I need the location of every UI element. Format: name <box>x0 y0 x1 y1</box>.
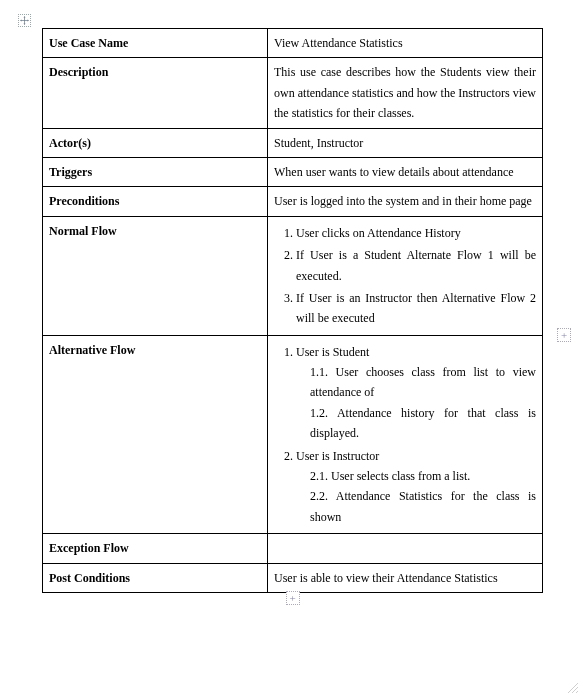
list-item[interactable]: User is Instructor 2.1. User selects cla… <box>296 446 536 528</box>
row-value[interactable]: When user wants to view details about at… <box>268 157 543 186</box>
row-label[interactable]: Triggers <box>43 157 268 186</box>
normal-flow-list: User clicks on Attendance History If Use… <box>274 223 536 329</box>
table-row: Preconditions User is logged into the sy… <box>43 187 543 216</box>
alt-group-title: User is Instructor <box>296 449 379 463</box>
row-value[interactable]: View Attendance Statistics <box>268 29 543 58</box>
row-value[interactable]: User is able to view their Attendance St… <box>268 563 543 592</box>
document-page: Use Case Name View Attendance Statistics… <box>0 0 585 626</box>
row-label[interactable]: Alternative Flow <box>43 335 268 534</box>
table-row: Normal Flow User clicks on Attendance Hi… <box>43 216 543 335</box>
table-row: Actor(s) Student, Instructor <box>43 128 543 157</box>
list-item[interactable]: If User is a Student Alternate Flow 1 wi… <box>296 245 536 286</box>
add-column-button[interactable]: + <box>557 328 571 342</box>
row-label[interactable]: Description <box>43 58 268 128</box>
row-label[interactable]: Normal Flow <box>43 216 268 335</box>
table-move-handle-icon[interactable] <box>18 14 31 27</box>
row-label[interactable]: Post Conditions <box>43 563 268 592</box>
list-item[interactable]: If User is an Instructor then Alternativ… <box>296 288 536 329</box>
list-sub-item: 2.2. Attendance Statistics for the class… <box>296 486 536 527</box>
table-row: Alternative Flow User is Student 1.1. Us… <box>43 335 543 534</box>
table-row: Description This use case describes how … <box>43 58 543 128</box>
plus-icon: + <box>286 591 300 605</box>
table-row: Post Conditions User is able to view the… <box>43 563 543 592</box>
resize-handle-icon[interactable] <box>565 680 579 694</box>
row-value[interactable]: This use case describes how the Students… <box>268 58 543 128</box>
row-label[interactable]: Actor(s) <box>43 128 268 157</box>
row-value[interactable]: User is Student 1.1. User chooses class … <box>268 335 543 534</box>
list-item[interactable]: User is Student 1.1. User chooses class … <box>296 342 536 444</box>
row-label[interactable]: Preconditions <box>43 187 268 216</box>
list-item[interactable]: User clicks on Attendance History <box>296 223 536 243</box>
row-value[interactable] <box>268 534 543 563</box>
plus-icon: + <box>561 329 567 341</box>
svg-line-4 <box>576 691 578 693</box>
add-row-button[interactable]: + <box>42 591 543 606</box>
row-value[interactable]: User clicks on Attendance History If Use… <box>268 216 543 335</box>
list-sub-item: 1.2. Attendance history for that class i… <box>296 403 536 444</box>
list-sub-item: 1.1. User chooses class from list to vie… <box>296 362 536 403</box>
table-row: Use Case Name View Attendance Statistics <box>43 29 543 58</box>
row-value[interactable]: User is logged into the system and in th… <box>268 187 543 216</box>
alt-group-title: User is Student <box>296 345 369 359</box>
use-case-table: Use Case Name View Attendance Statistics… <box>42 28 543 593</box>
row-label[interactable]: Exception Flow <box>43 534 268 563</box>
list-sub-item: 2.1. User selects class from a list. <box>296 466 536 486</box>
row-label[interactable]: Use Case Name <box>43 29 268 58</box>
alternative-flow-list: User is Student 1.1. User chooses class … <box>274 342 536 528</box>
row-value[interactable]: Student, Instructor <box>268 128 543 157</box>
table-row: Triggers When user wants to view details… <box>43 157 543 186</box>
table-row: Exception Flow <box>43 534 543 563</box>
